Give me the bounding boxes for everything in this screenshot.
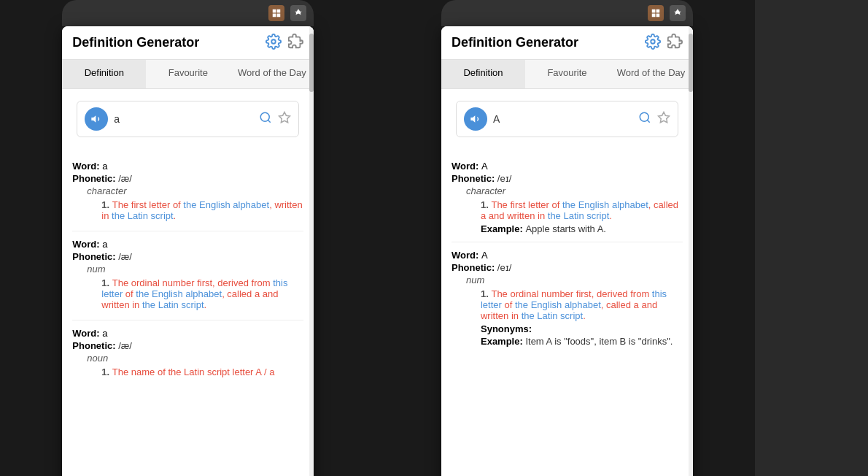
def-text-2-2: The ordinal number first, derived from t… — [481, 288, 667, 321]
phonetic-label-1-3: Phonetic: — [72, 340, 118, 351]
window1-container: Definition Generator — [62, 0, 314, 476]
phonetic-value-1-2: /æ/ — [118, 251, 132, 262]
def-1-1: 1. The first letter of the English alpha… — [101, 199, 303, 221]
tab-definition-2[interactable]: Definition — [441, 60, 525, 88]
phonetic-label-1-1: Phonetic: — [72, 173, 118, 184]
entry-2-1: Word: A Phonetic: /eɪ/ character 1. The … — [452, 153, 683, 242]
search-input-1[interactable] — [114, 113, 253, 125]
word-meta-1-3: Word: a — [72, 328, 303, 339]
svg-point-6 — [261, 113, 270, 122]
def-text-2-1: The first letter of the English alphabet… — [481, 199, 678, 221]
def-2-2: 1. The ordinal number first, derived fro… — [481, 288, 683, 321]
word-label-1-1: Word: — [72, 161, 102, 172]
entry-1-1: Word: a Phonetic: /æ/ character 1. The f… — [72, 153, 303, 231]
ext-icon-3[interactable] — [648, 5, 664, 21]
right-panel: Definition Generator — [379, 0, 756, 476]
ext-icon-4[interactable] — [670, 5, 686, 21]
word-label-2-2: Word: — [452, 250, 481, 261]
tab-favourite-2[interactable]: Favourite — [525, 60, 609, 88]
svg-point-12 — [651, 39, 655, 44]
svg-marker-5 — [92, 115, 96, 122]
def-num-2-2: 1. — [481, 288, 491, 299]
app-title-1: Definition Generator — [72, 35, 199, 50]
right-empty — [755, 0, 868, 476]
content-2: Word: A Phonetic: /eɪ/ character 1. The … — [441, 146, 693, 476]
window1: Definition Generator — [62, 26, 314, 476]
svg-marker-13 — [470, 115, 475, 122]
svg-point-4 — [272, 39, 276, 44]
svg-rect-1 — [277, 9, 281, 13]
svg-rect-2 — [273, 14, 276, 18]
gear-button-2[interactable] — [645, 34, 661, 52]
word-meta-1-1: Word: a — [72, 161, 303, 172]
svg-rect-8 — [652, 9, 656, 13]
svg-point-14 — [640, 113, 648, 122]
phonetic-meta-2-1: Phonetic: /eɪ/ — [452, 173, 683, 184]
word-value-2-2: A — [481, 250, 488, 261]
search-button-2[interactable] — [638, 111, 651, 126]
tabs-2: Definition Favourite Word of the Day — [441, 60, 693, 89]
puzzle-button-2[interactable] — [667, 34, 683, 52]
pos-1-3: noun — [87, 353, 303, 364]
example-label-2-1: Example: — [481, 223, 525, 234]
def-num-1-3: 1. — [101, 366, 112, 377]
synonyms-label-2-2: Synonyms: — [481, 323, 532, 334]
scrollbar-1[interactable] — [309, 26, 314, 476]
title-icons-2 — [645, 34, 683, 52]
ext-icon-1[interactable] — [268, 5, 284, 21]
pos-1-1: character — [87, 185, 303, 196]
desktop: Definition Generator — [0, 0, 868, 476]
svg-rect-3 — [277, 14, 281, 18]
pos-1-2: num — [87, 264, 303, 275]
search-bar-2 — [456, 101, 678, 137]
example-2-2: Example: Item A is "foods", item B is "d… — [481, 336, 683, 347]
tab-wotd-1[interactable]: Word of the Day — [230, 60, 314, 88]
word-value-1-1: a — [102, 161, 107, 172]
svg-rect-0 — [273, 9, 276, 13]
search-input-2[interactable] — [493, 113, 632, 125]
puzzle-button-1[interactable] — [287, 34, 303, 52]
example-text-2-2: Item A is "foods", item B is "drinks". — [525, 336, 673, 347]
entry-1-3: Word: a Phonetic: /æ/ noun 1. The name o… — [72, 320, 303, 387]
pos-2-2: num — [466, 275, 683, 285]
window2-container: Definition Generator — [441, 0, 693, 476]
title-bar-1: Definition Generator — [62, 26, 314, 60]
tab-favourite-1[interactable]: Favourite — [146, 60, 230, 88]
svg-marker-15 — [658, 112, 669, 123]
search-wrapper-1 — [62, 89, 314, 146]
speaker-button-2[interactable] — [464, 107, 487, 131]
scrollbar-thumb-1 — [309, 34, 314, 92]
word-label-1-2: Word: — [72, 239, 102, 250]
word-meta-2-2: Word: A — [452, 250, 683, 261]
scrollbar-2[interactable] — [689, 26, 693, 476]
svg-rect-9 — [656, 9, 660, 13]
word-meta-2-1: Word: A — [452, 161, 683, 172]
phonetic-value-1-1: /æ/ — [118, 173, 132, 184]
app-title-2: Definition Generator — [452, 35, 578, 50]
example-label-2-2: Example: — [481, 336, 525, 347]
title-icons-1 — [266, 34, 303, 52]
svg-rect-10 — [652, 14, 656, 18]
speaker-button-1[interactable] — [85, 107, 108, 131]
def-text-1-3: The name of the Latin script letter A / … — [112, 366, 275, 377]
scrollbar-thumb-2 — [689, 34, 693, 92]
ext-icon-2[interactable] — [290, 5, 306, 21]
example-2-1: Example: Apple starts with A. — [481, 223, 683, 234]
phonetic-label-2-2: Phonetic: — [452, 262, 497, 273]
def-num-1-1: 1. — [101, 199, 112, 210]
def-num-1-2: 1. — [101, 277, 112, 288]
tab-wotd-2[interactable]: Word of the Day — [609, 60, 693, 88]
tab-definition-1[interactable]: Definition — [62, 60, 146, 88]
left-panel: Definition Generator — [0, 0, 376, 476]
star-button-1[interactable] — [278, 111, 291, 126]
title-bar-2: Definition Generator — [441, 26, 693, 60]
gear-button-1[interactable] — [266, 34, 282, 52]
search-button-1[interactable] — [259, 111, 272, 126]
phonetic-value-2-1: /eɪ/ — [497, 173, 511, 184]
star-button-2[interactable] — [657, 111, 670, 126]
synonyms-2-2: Synonyms: — [481, 323, 683, 334]
def-1-3: 1. The name of the Latin script letter A… — [101, 366, 303, 377]
content-1: Word: a Phonetic: /æ/ character 1. The f… — [62, 146, 314, 476]
pos-2-1: character — [466, 185, 683, 196]
window2: Definition Generator — [441, 26, 693, 476]
